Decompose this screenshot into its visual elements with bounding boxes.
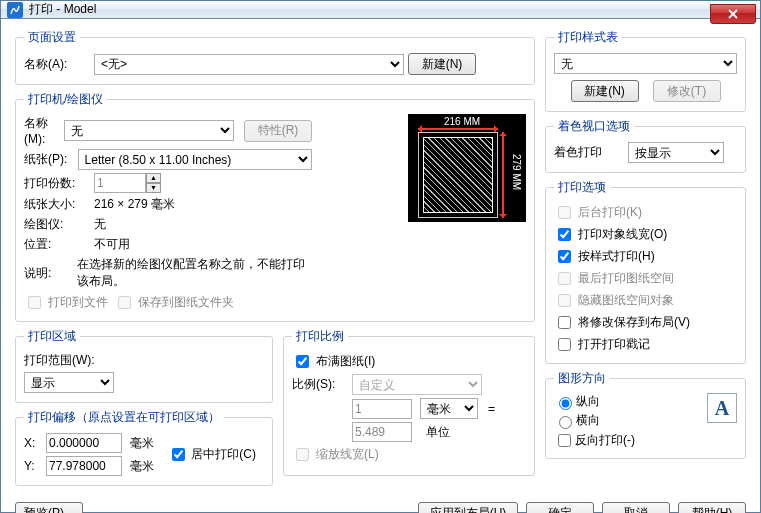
shaded-viewport-legend: 着色视口选项 [554, 118, 634, 135]
orientation-group: 图形方向 纵向 横向 反向打印(-) A [545, 370, 746, 459]
paper-select[interactable]: Letter (8.50 x 11.00 Inches) [78, 149, 312, 170]
copies-down[interactable]: ▼ [146, 183, 161, 193]
opt-lw-label: 打印对象线宽(O) [578, 226, 667, 243]
center-plot-label: 居中打印(C) [191, 447, 256, 461]
opt-bg-label: 后台打印(K) [578, 204, 642, 221]
preview-width-arrow [418, 128, 498, 130]
cancel-button[interactable]: 取消 [602, 502, 670, 513]
scale-lw-checkbox [296, 448, 309, 461]
plot-scale-legend: 打印比例 [292, 328, 348, 345]
help-button[interactable]: 帮助(H) [678, 502, 746, 513]
style-new-button[interactable]: 新建(N) [571, 80, 639, 102]
offset-y-label: Y: [24, 459, 42, 473]
preview-button[interactable]: 预览(P)... [15, 502, 83, 513]
shade-plot-select[interactable]: 按显示 [628, 142, 724, 163]
scale-unit-text: 单位 [426, 424, 450, 441]
copies-label: 打印份数: [24, 175, 90, 192]
opt-paperspace-label: 最后打印图纸空间 [578, 270, 674, 287]
paper-label: 纸张(P): [24, 151, 74, 168]
plot-style-select[interactable]: 无 [554, 53, 737, 74]
plot-style-legend: 打印样式表 [554, 29, 622, 46]
opt-savelayout-checkbox[interactable] [558, 316, 571, 329]
papersize-value: 216 × 279 毫米 [94, 196, 175, 213]
plotter-label: 绘图仪: [24, 216, 90, 233]
apply-layout-button[interactable]: 应用到布局(U) [418, 502, 518, 513]
footer: 预览(P)... 应用到布局(U) 确定 取消 帮助(H) [1, 498, 760, 513]
opt-savelayout-label: 将修改保存到布局(V) [578, 314, 690, 331]
copies-up[interactable]: ▲ [146, 173, 161, 183]
scale-unit-select[interactable]: 毫米 [420, 398, 478, 419]
desc-label: 说明: [24, 265, 73, 282]
location-label: 位置: [24, 236, 90, 253]
shaded-viewport-group: 着色视口选项 着色打印 按显示 [545, 118, 746, 173]
printer-props-button: 特性(R) [244, 120, 312, 142]
opt-styles-checkbox[interactable] [558, 250, 571, 263]
preview-hatch [423, 137, 493, 213]
location-value: 不可用 [94, 236, 130, 253]
app-icon [7, 2, 23, 18]
opt-stamp-checkbox[interactable] [558, 338, 571, 351]
plot-scale-group: 打印比例 布满图纸(I) 比例(S): 自定义 [283, 328, 535, 476]
orient-portrait-label: 纵向 [576, 393, 600, 410]
plot-offset-legend: 打印偏移（原点设置在可打印区域） [24, 409, 224, 426]
offset-y-input[interactable] [46, 456, 122, 476]
page-new-button[interactable]: 新建(N) [408, 53, 476, 75]
scale-equals: = [488, 402, 495, 416]
papersize-label: 纸张大小: [24, 196, 90, 213]
printer-name-select[interactable]: 无 [64, 120, 234, 141]
printer-name-label: 名称(M): [24, 115, 60, 146]
opt-paperspace-checkbox [558, 272, 571, 285]
orient-portrait-radio[interactable] [559, 397, 572, 410]
offset-x-label: X: [24, 436, 42, 450]
plot-range-select[interactable]: 显示 [24, 372, 114, 393]
fit-checkbox[interactable] [296, 355, 309, 368]
ok-button[interactable]: 确定 [526, 502, 594, 513]
print-to-file-label: 打印到文件 [48, 294, 108, 311]
scale-select: 自定义 [352, 374, 482, 395]
preview-height-arrow [502, 132, 504, 218]
preview-width-label: 216 MM [444, 116, 480, 127]
close-button[interactable] [710, 4, 756, 24]
opt-lw-checkbox[interactable] [558, 228, 571, 241]
orient-upside-label: 反向打印(-) [575, 432, 635, 449]
page-name-select[interactable]: <无> [94, 54, 404, 75]
close-icon [728, 9, 738, 19]
plot-options-group: 打印选项 后台打印(K) 打印对象线宽(O) 按样式打印(H) 最后打印图纸空间… [545, 179, 746, 364]
offset-x-unit: 毫米 [130, 435, 154, 452]
page-setup-legend: 页面设置 [24, 29, 80, 46]
opt-styles-label: 按样式打印(H) [578, 248, 655, 265]
opt-stamp-label: 打开打印戳记 [578, 336, 650, 353]
plot-area-legend: 打印区域 [24, 328, 80, 345]
offset-x-input[interactable] [46, 433, 122, 453]
page-name-label: 名称(A): [24, 56, 90, 73]
orient-landscape-radio[interactable] [559, 416, 572, 429]
scale-label: 比例(S): [292, 376, 348, 393]
center-plot-checkbox[interactable] [172, 448, 185, 461]
save-sheet-checkbox [118, 296, 131, 309]
plot-style-group: 打印样式表 无 新建(N) 修改(T) [545, 29, 746, 112]
orientation-legend: 图形方向 [554, 370, 610, 387]
copies-input[interactable] [94, 173, 146, 193]
orientation-icon: A [707, 393, 737, 423]
content: 页面设置 名称(A): <无> 新建(N) 打印机/绘图仪 名称(M): [1, 19, 760, 498]
opt-hide-label: 隐藏图纸空间对象 [578, 292, 674, 309]
scale-num-input [352, 399, 412, 419]
print-dialog: 打印 - Model 页面设置 名称(A): <无> 新建(N) 打印机/绘图仪 [0, 0, 761, 513]
scale-den-input [352, 422, 412, 442]
save-sheet-label: 保存到图纸文件夹 [138, 294, 234, 311]
plot-area-group: 打印区域 打印范围(W): 显示 [15, 328, 273, 403]
scale-lw-label: 缩放线宽(L) [316, 446, 379, 463]
plotter-value: 无 [94, 216, 106, 233]
window-title: 打印 - Model [29, 1, 96, 18]
style-edit-button: 修改(T) [653, 80, 721, 102]
orient-upside-checkbox[interactable] [558, 434, 571, 447]
opt-bg-checkbox [558, 206, 571, 219]
titlebar[interactable]: 打印 - Model [1, 1, 760, 19]
orient-landscape-label: 横向 [576, 412, 600, 429]
preview-height-label: 279 MM [511, 154, 522, 190]
opt-hide-checkbox [558, 294, 571, 307]
page-setup-group: 页面设置 名称(A): <无> 新建(N) [15, 29, 535, 85]
printer-legend: 打印机/绘图仪 [24, 91, 107, 108]
printer-group: 打印机/绘图仪 名称(M): 无 特性(R) 纸张(P): [15, 91, 535, 322]
shade-plot-label: 着色打印 [554, 144, 624, 161]
